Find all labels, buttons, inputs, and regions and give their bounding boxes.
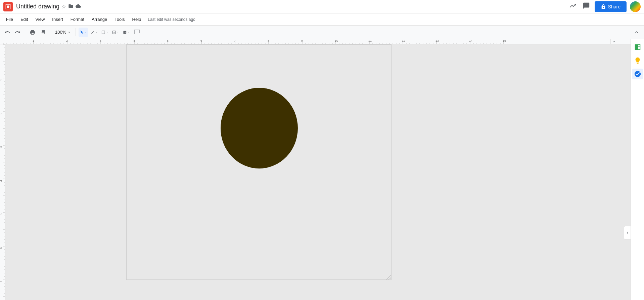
keep-addon-icon[interactable] <box>632 55 643 66</box>
canvas-area[interactable] <box>0 39 631 300</box>
line-tool[interactable] <box>89 28 99 37</box>
trend-icon[interactable] <box>568 1 578 12</box>
menu-insert[interactable]: Insert <box>49 15 66 23</box>
sep3 <box>76 28 76 36</box>
toolbar: 100% <box>0 26 644 39</box>
sep1 <box>25 28 25 36</box>
svg-rect-2 <box>102 31 105 34</box>
share-label: Share <box>608 4 620 9</box>
svg-point-0 <box>7 5 9 8</box>
menu-tools[interactable]: Tools <box>111 15 128 23</box>
drawing-canvas[interactable] <box>126 44 392 280</box>
doc-title-area: Untitled drawing ☆ <box>16 3 568 10</box>
share-button[interactable]: Share <box>595 1 627 12</box>
right-sidebar <box>631 39 644 300</box>
menu-edit[interactable]: Edit <box>17 15 31 23</box>
print-button[interactable] <box>28 28 37 37</box>
drawing-svg <box>127 45 392 280</box>
text-tool[interactable] <box>111 28 120 37</box>
menu-format[interactable]: Format <box>67 15 88 23</box>
left-ruler <box>0 44 5 300</box>
last-edit-status: Last edit was seconds ago <box>148 17 195 22</box>
folder-icon[interactable] <box>68 3 74 10</box>
sep2 <box>51 28 51 36</box>
app-icon <box>3 2 13 11</box>
shape-tool[interactable] <box>100 28 109 37</box>
menu-file[interactable]: File <box>3 15 16 23</box>
chat-icon[interactable] <box>581 1 591 12</box>
main-area <box>0 39 644 300</box>
avatar[interactable] <box>630 1 641 12</box>
main-circle[interactable] <box>221 88 298 168</box>
undo-redo-group <box>3 28 22 37</box>
menu-arrange[interactable]: Arrange <box>88 15 110 23</box>
select-tool[interactable] <box>79 28 88 37</box>
sheets-addon-icon[interactable] <box>632 42 643 52</box>
cloud-save-icon[interactable] <box>76 3 81 10</box>
redo-button[interactable] <box>13 28 22 37</box>
doc-title[interactable]: Untitled drawing <box>16 3 59 10</box>
menu-bar: File Edit View Insert Format Arrange Too… <box>0 13 644 26</box>
top-ruler <box>0 39 631 44</box>
svg-line-1 <box>91 31 94 34</box>
menu-help[interactable]: Help <box>129 15 145 23</box>
image-tool[interactable] <box>122 28 131 37</box>
tasks-addon-icon[interactable] <box>632 69 643 79</box>
zoom-dropdown[interactable]: 100% <box>54 29 73 35</box>
collapse-toolbar-button[interactable] <box>632 28 641 37</box>
expand-panel-button[interactable] <box>624 226 631 239</box>
collapse-panel-button[interactable] <box>610 39 617 44</box>
paint-format-button[interactable] <box>39 28 48 37</box>
undo-button[interactable] <box>3 28 12 37</box>
star-icon[interactable]: ☆ <box>61 3 66 10</box>
menu-view[interactable]: View <box>32 15 48 23</box>
comment-button[interactable] <box>132 28 142 37</box>
title-bar-right: Share <box>568 1 641 12</box>
zoom-value: 100% <box>55 30 66 35</box>
